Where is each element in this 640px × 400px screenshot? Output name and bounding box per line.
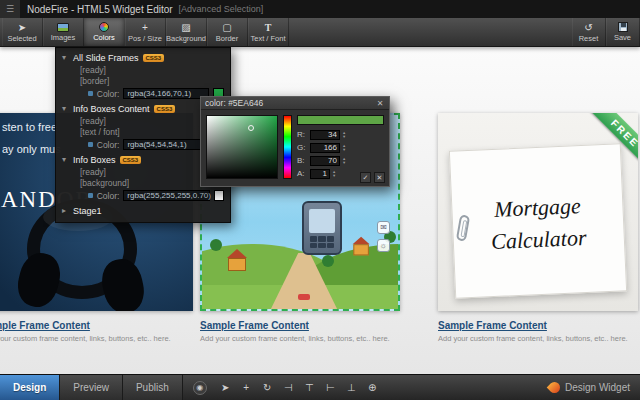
color-swatch-white[interactable]	[214, 190, 224, 201]
slide1-text-line: ay only mus	[2, 143, 61, 155]
frame-caption-1: Sample Frame Content Add your custom fra…	[0, 320, 193, 343]
panel-item-border[interactable]: [border]	[56, 75, 230, 86]
ok-button[interactable]: ✓	[360, 172, 371, 183]
sv-cursor-icon[interactable]	[248, 125, 254, 131]
toolbar-label: Text / Font	[250, 34, 285, 43]
stepper-icon[interactable]: ▴ ▾	[343, 157, 345, 165]
mail-icon: ✉	[377, 221, 390, 234]
alpha-label: A:	[297, 169, 307, 178]
selection-mode-badge: [Advanced Selection]	[179, 4, 264, 14]
css3-badge: CSS3	[120, 156, 142, 164]
color-picker-title: color: #5EA646	[205, 98, 375, 108]
step-down-icon[interactable]: ▾	[343, 148, 345, 152]
color-value-field[interactable]: rgba(54,54,54,1)	[123, 139, 209, 150]
house-shape	[353, 237, 369, 256]
toolbar-button-images[interactable]: Images	[43, 18, 84, 46]
tablet-keys-shape	[310, 236, 334, 248]
hue-slider[interactable]	[283, 115, 292, 179]
frame-caption-2: Sample Frame Content Add your custom fra…	[200, 320, 400, 343]
picker-action-buttons: ✓ ✕	[360, 172, 385, 183]
flame-logo-icon	[547, 380, 563, 396]
close-icon[interactable]: ✕	[375, 99, 385, 108]
rotate-tool-icon[interactable]: ↻	[259, 379, 276, 396]
border-icon: ▢	[222, 22, 231, 33]
zoom-tool-icon[interactable]: ⊕	[364, 379, 381, 396]
app-title: NodeFire - HTML5 Widget Editor	[27, 4, 173, 15]
color-value-field[interactable]: rgba(34,166,70,1)	[123, 88, 209, 99]
align-top-icon[interactable]: ⊤	[301, 379, 318, 396]
tab-label: Design	[13, 382, 46, 393]
tree-shape	[210, 239, 222, 251]
toolbar-button-colors[interactable]: Colors	[84, 18, 125, 46]
stepper-icon[interactable]: ▴ ▾	[343, 144, 345, 152]
tab-design[interactable]: Design	[0, 375, 60, 400]
frame-caption-title[interactable]: Sample Frame Content	[0, 320, 193, 331]
toolbar-label: Border	[216, 34, 239, 43]
blue-label: B:	[297, 156, 307, 165]
align-right-icon[interactable]: ⊢	[322, 379, 339, 396]
stepper-icon[interactable]: ▴ ▾	[333, 170, 335, 178]
color-label: Color:	[97, 191, 120, 201]
reset-button[interactable]: ↺ Reset	[572, 18, 606, 46]
green-input[interactable]	[310, 143, 340, 153]
toolbar-button-selected[interactable]: ➤ Selected	[2, 18, 43, 46]
car-shape	[298, 294, 310, 300]
key-shape	[318, 243, 325, 249]
toolbar-label: Pos / Size	[128, 34, 162, 43]
pointer-tool-icon[interactable]: ➤	[217, 379, 234, 396]
key-shape	[327, 243, 334, 249]
current-color-swatch	[297, 115, 384, 125]
palette-icon	[99, 22, 109, 32]
tab-label: Preview	[73, 382, 109, 393]
stepper-icon[interactable]: ▴ ▾	[343, 131, 345, 139]
save-button[interactable]: Save	[606, 18, 640, 46]
panel-item-ready[interactable]: [ready]	[56, 64, 230, 75]
caret-down-icon[interactable]: ▾	[62, 53, 69, 62]
toolbar-button-border[interactable]: ▢ Border	[207, 18, 248, 46]
section-name: Info Boxes	[73, 155, 116, 165]
cursor-icon: ➤	[18, 22, 26, 33]
color-picker-titlebar[interactable]: color: #5EA646 ✕	[201, 97, 389, 110]
blue-field-row: B: ▴ ▾	[297, 155, 384, 166]
frame-caption-title[interactable]: Sample Frame Content	[438, 320, 638, 331]
align-bottom-icon[interactable]: ⊥	[343, 379, 360, 396]
mortgage-title-line: Calculator	[453, 220, 624, 259]
key-shape	[310, 243, 317, 249]
house-shape	[228, 249, 247, 271]
panel-section-all-slide-frames[interactable]: ▾ All Slide Frames CSS3	[56, 51, 230, 64]
frame-caption-title[interactable]: Sample Frame Content	[200, 320, 400, 331]
slide-frame-mortgage[interactable]: Mortgage Calculator FREE	[438, 113, 638, 311]
caret-right-icon[interactable]: ▸	[62, 206, 69, 215]
toolbar-button-pos-size[interactable]: + Pos / Size	[125, 18, 166, 46]
image-icon	[57, 23, 69, 32]
alpha-input[interactable]	[310, 169, 330, 179]
color-property-row: Color: rgba(255,255,255,0.70)	[56, 188, 230, 204]
caret-down-icon[interactable]: ▾	[62, 104, 69, 113]
panel-section-stage1[interactable]: ▸ Stage1	[56, 204, 230, 217]
frame-caption-3: Sample Frame Content Add your custom fra…	[438, 320, 638, 343]
slide1-text-line: sten to free	[2, 121, 57, 133]
saturation-value-field[interactable]	[206, 115, 278, 179]
step-down-icon[interactable]: ▾	[343, 161, 345, 165]
slide-column-3: Mortgage Calculator FREE Sample Frame Co…	[438, 113, 638, 343]
align-left-icon[interactable]: ⊣	[280, 379, 297, 396]
red-input[interactable]	[310, 130, 340, 140]
sun-icon: ☼	[377, 239, 390, 252]
target-mode-icon[interactable]: ◉	[193, 381, 207, 395]
color-prop-icon	[88, 193, 93, 198]
tab-preview[interactable]: Preview	[60, 375, 123, 400]
blue-input[interactable]	[310, 156, 340, 166]
step-down-icon[interactable]: ▾	[333, 174, 335, 178]
color-label: Color:	[97, 89, 120, 99]
toolbar-button-text-font[interactable]: T Text / Font	[248, 18, 289, 46]
app-menu-button[interactable]: ☰	[0, 0, 20, 18]
toolbar-label: Colors	[93, 33, 115, 42]
cancel-button[interactable]: ✕	[374, 172, 385, 183]
tab-publish[interactable]: Publish	[123, 375, 183, 400]
move-tool-icon[interactable]: +	[238, 379, 255, 396]
color-value-field[interactable]: rgba(255,255,255,0.70)	[123, 190, 209, 201]
step-down-icon[interactable]: ▾	[343, 135, 345, 139]
toolbar-button-background[interactable]: ▨ Background	[166, 18, 207, 46]
roof-shape	[353, 237, 370, 245]
caret-down-icon[interactable]: ▾	[62, 155, 69, 164]
